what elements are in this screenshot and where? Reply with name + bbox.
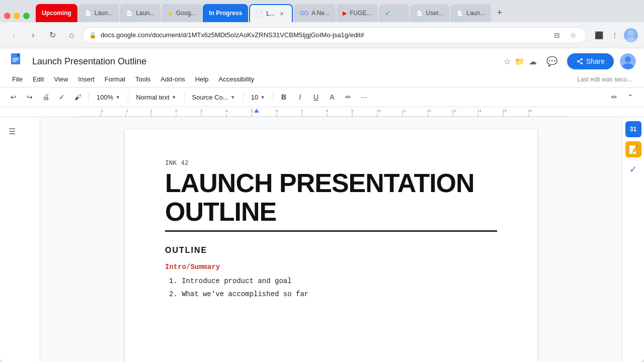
text-style-value: Normal text	[136, 94, 169, 101]
tab-in-progress[interactable]: In Progress	[203, 4, 248, 22]
folder-icon[interactable]: 📁	[515, 57, 525, 66]
tab-bar: Upcoming 📄 Laun... 📄 Laun... ▲ Goog... I…	[0, 0, 644, 22]
print-button[interactable]: 🖨	[38, 89, 53, 105]
underline-button[interactable]: U	[308, 89, 324, 105]
text-style-dropdown[interactable]: Normal text ▼	[131, 89, 181, 105]
sidebar-notes-button[interactable]: 📝	[625, 141, 641, 157]
menu-insert[interactable]: Insert	[74, 73, 99, 85]
address-bar[interactable]: 🔒 docs.google.com/document/d/1MTx6z5MDt5…	[83, 27, 587, 43]
forward-button[interactable]: ›	[25, 27, 41, 43]
tab-user[interactable]: 📄 User...	[410, 4, 450, 22]
tab-current-label: L...	[266, 10, 275, 17]
svg-rect-4	[13, 58, 19, 59]
outline-icon[interactable]: ☰	[4, 123, 20, 139]
new-tab-button[interactable]: +	[492, 5, 507, 20]
bookmark-split-icon[interactable]: ⊟	[550, 28, 564, 42]
zoom-value: 100%	[97, 94, 113, 101]
reload-button[interactable]: ↻	[44, 27, 60, 43]
svg-text:13: 13	[452, 109, 456, 113]
menu-view[interactable]: View	[50, 73, 72, 85]
svg-text:8: 8	[326, 109, 329, 113]
tab-ane-label: A Ne...	[311, 10, 330, 17]
menu-addons[interactable]: Add-ons	[156, 73, 189, 85]
home-button[interactable]: ⌂	[63, 27, 79, 43]
svg-rect-3	[11, 53, 17, 64]
window-controls	[4, 13, 30, 19]
tab-laun3[interactable]: 📄 Laun...	[450, 4, 491, 22]
font-dropdown[interactable]: Source Co... ▼	[188, 89, 240, 105]
more-options-icon[interactable]: ⋮	[608, 28, 622, 42]
edit-mode-icon[interactable]: ✏	[607, 89, 622, 105]
menu-file[interactable]: File	[8, 73, 27, 85]
doc-main-title: LAUNCH PRESENTATION OUTLINE	[165, 169, 497, 226]
menu-edit[interactable]: Edit	[29, 73, 48, 85]
tab-ane[interactable]: GO A Ne...	[294, 4, 336, 22]
text-color-button[interactable]: A	[325, 89, 340, 105]
maximize-button[interactable]	[23, 13, 30, 19]
tab-goog[interactable]: ▲ Goog...	[162, 4, 202, 22]
italic-button[interactable]: I	[292, 89, 307, 105]
drive-icon: ▲	[168, 10, 173, 16]
bold-button[interactable]: B	[276, 89, 291, 105]
docs-title: Launch Presentation Outline	[32, 56, 498, 67]
tab-laun3-label: Laun...	[466, 10, 485, 17]
doc-page-area[interactable]: INK 42 LAUNCH PRESENTATION OUTLINE OUTLI…	[40, 117, 622, 362]
nav-bar: ‹ › ↻ ⌂ 🔒 docs.google.com/document/d/1MT…	[0, 22, 644, 48]
url-text: docs.google.com/document/d/1MTx6z5MDt5oI…	[101, 31, 546, 39]
svg-point-8	[581, 58, 583, 60]
close-button[interactable]	[4, 13, 11, 19]
sidebar-check-button[interactable]: ✓	[625, 161, 641, 177]
cloud-icon[interactable]: ☁	[529, 57, 537, 66]
user-avatar[interactable]	[620, 53, 636, 69]
share-button[interactable]: Share	[567, 53, 614, 69]
back-button[interactable]: ‹	[6, 27, 22, 43]
zoom-dropdown[interactable]: 100% ▼	[92, 89, 125, 105]
doc-title-divider	[165, 230, 497, 232]
svg-text:16: 16	[527, 109, 532, 113]
profile-avatar[interactable]	[624, 28, 638, 42]
menu-tools[interactable]: Tools	[131, 73, 154, 85]
highlight-button[interactable]: ✏	[341, 89, 356, 105]
menu-accessibility[interactable]: Accessibility	[215, 73, 259, 85]
tab-fuge[interactable]: ▶ FUGE...	[337, 4, 377, 22]
menu-help[interactable]: Help	[191, 73, 213, 85]
docs-app-bar: Launch Presentation Outline ☆ 📁 ☁ 💬 Shar…	[0, 48, 644, 87]
paint-format-button[interactable]: 🖌	[70, 89, 86, 105]
tab-user-label: User...	[426, 10, 444, 17]
tab-close-icon[interactable]: ✕	[278, 10, 286, 18]
docs-title-actions: ☆ 📁 ☁	[504, 57, 537, 66]
menu-format[interactable]: Format	[101, 73, 129, 85]
ruler: -2 -1 1 2 3 4 5 6 7 8 9	[0, 107, 644, 117]
star-icon[interactable]: ☆	[566, 28, 580, 42]
font-size-value: 10	[251, 94, 258, 101]
outline-panel: ☰	[0, 117, 40, 362]
svg-point-9	[581, 62, 583, 64]
svg-line-10	[579, 60, 581, 61]
doc-page: INK 42 LAUNCH PRESENTATION OUTLINE OUTLI…	[125, 129, 537, 362]
tab-laun2-label: Laun...	[136, 10, 154, 17]
svg-text:9: 9	[351, 109, 354, 113]
font-arrow-icon: ▼	[230, 95, 235, 100]
redo-button[interactable]: ↪	[22, 89, 37, 105]
expand-icon[interactable]: ⌃	[623, 89, 638, 105]
minimize-button[interactable]	[14, 13, 20, 19]
tab-upcoming[interactable]: Upcoming	[36, 4, 77, 22]
tab-current[interactable]: 📄 L... ✕	[249, 4, 293, 22]
undo-button[interactable]: ↩	[6, 89, 21, 105]
more-button[interactable]: ···	[357, 89, 372, 105]
svg-line-11	[579, 62, 581, 63]
tab-laun1[interactable]: 📄 Laun...	[78, 4, 119, 22]
separator-5	[273, 92, 273, 102]
tab-laun2[interactable]: 📄 Laun...	[120, 4, 160, 22]
svg-point-13	[625, 56, 631, 62]
extensions-icon[interactable]: ⬛	[592, 28, 606, 42]
comment-button[interactable]: 💬	[543, 52, 561, 70]
svg-text:1: 1	[150, 109, 152, 113]
separator-4	[243, 92, 244, 102]
star-title-icon[interactable]: ☆	[504, 57, 511, 66]
tab-check[interactable]: ✓	[379, 4, 409, 22]
sidebar-docs-button[interactable]: 31	[625, 121, 641, 137]
separator-3	[184, 92, 185, 102]
font-size-dropdown[interactable]: 10 ▼	[247, 89, 270, 105]
spellcheck-button[interactable]: ✓	[54, 89, 69, 105]
